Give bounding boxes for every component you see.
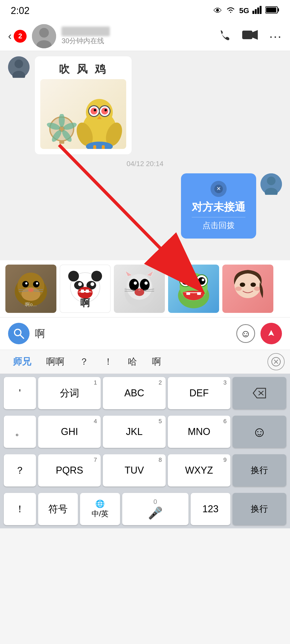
battery-icon [265, 6, 279, 16]
sticker-item-5[interactable] [222, 265, 273, 313]
nav-badge: 2 [14, 30, 27, 43]
svg-point-8 [39, 28, 49, 38]
search-button[interactable] [8, 323, 30, 344]
svg-text:啊: 啊 [80, 297, 90, 308]
nav-username [61, 27, 110, 36]
sticker-item-2[interactable]: 啊 [60, 265, 111, 313]
svg-point-97 [254, 287, 260, 291]
key-4-ghi[interactable]: 4 GHI [38, 416, 101, 448]
key-9-wxyz[interactable]: 9 WXYZ [168, 454, 230, 486]
svg-rect-5 [278, 8, 279, 12]
svg-rect-10 [242, 31, 252, 39]
avatar-image [32, 24, 56, 48]
key-123[interactable]: 123 [191, 493, 230, 525]
suggestion-5[interactable]: 哈 [120, 353, 144, 371]
video-call-button[interactable] [242, 29, 258, 43]
nav-bar: ‹ 2 30分钟内在线 ··· [0, 21, 290, 51]
svg-point-61 [78, 282, 82, 286]
more-options-button[interactable]: ··· [269, 28, 282, 44]
key-zero-label: 0 [153, 498, 157, 506]
key-3-def[interactable]: 3 DEF [168, 377, 230, 409]
sticker-row: 啊o... 啊 [0, 260, 290, 317]
keyboard-row-2: 。 4 GHI 5 JKL 6 MNO ☺ [0, 412, 290, 451]
svg-point-49 [36, 282, 38, 284]
key-1-fenci[interactable]: 1 分词 [38, 377, 101, 409]
svg-marker-11 [252, 30, 258, 40]
key-period[interactable]: 。 [4, 416, 36, 448]
keyboard: ' 1 分词 2 ABC 3 DEF 。 [0, 374, 290, 528]
key-7-pqrs[interactable]: 7 PQRS [38, 454, 101, 486]
svg-text:✕: ✕ [216, 186, 221, 192]
status-time: 2:02 [11, 5, 30, 16]
key-space-mic[interactable]: 0 🎤 [122, 493, 189, 525]
key-lang[interactable]: 🌐 中/英 [80, 493, 120, 525]
emoji-button[interactable]: ☺ [236, 324, 255, 343]
svg-point-95 [251, 283, 256, 287]
suggestion-2[interactable]: 啊啊 [39, 353, 72, 371]
self-avatar [260, 173, 282, 195]
globe-icon: 🌐 [95, 499, 105, 508]
key-newline[interactable]: 换行 [233, 454, 286, 486]
key-exclaim[interactable]: ！ [4, 493, 36, 525]
call-bubble[interactable]: ✕ 对方未接通 点击回拨 [181, 173, 256, 239]
sticker-title: 吹 风 鸡 [59, 62, 108, 76]
key-question[interactable]: ？ [4, 454, 36, 486]
call-icon-circle: ✕ [211, 181, 227, 197]
key-delete[interactable] [233, 377, 286, 409]
sticker-item-1[interactable]: 啊o... [5, 265, 56, 313]
key-enter[interactable]: 换行 [233, 493, 286, 525]
suggestion-6[interactable]: 啊 [144, 353, 169, 371]
svg-point-94 [240, 283, 245, 287]
svg-point-31 [104, 109, 107, 111]
svg-point-90 [202, 279, 204, 281]
sticker-item-4[interactable] [168, 265, 219, 313]
svg-point-30 [94, 109, 96, 111]
sticker-item-3[interactable] [114, 265, 165, 313]
suggestion-4[interactable]: ！ [96, 353, 120, 371]
status-icons: 👁 5G [213, 6, 279, 16]
svg-rect-1 [255, 9, 257, 14]
svg-rect-65 [86, 290, 89, 293]
missed-call-sub: 点击回拨 [192, 217, 245, 231]
svg-point-41 [267, 177, 276, 185]
status-bar: 2:02 👁 5G [0, 0, 290, 21]
key-5-jkl[interactable]: 5 JKL [103, 416, 165, 448]
svg-point-96 [235, 287, 242, 291]
keyboard-row-3: ？ 7 PQRS 8 TUV 9 WXYZ 换行 [0, 451, 290, 490]
suggestion-3[interactable]: ？ [72, 353, 96, 371]
svg-point-50 [28, 288, 34, 292]
back-arrow-icon: ‹ [8, 30, 12, 42]
svg-text:啊o...: 啊o... [25, 302, 37, 307]
other-user-avatar [8, 56, 30, 78]
key-apostrophe[interactable]: ' [4, 377, 36, 409]
svg-point-88 [198, 277, 205, 285]
missed-call-title: 对方未接通 [192, 200, 245, 214]
emoji-icon: ☺ [241, 328, 251, 339]
key-6-mno[interactable]: 6 MNO [168, 416, 230, 448]
suggestion-1[interactable]: 师兄 [5, 353, 39, 371]
suggestions-delete-button[interactable] [267, 353, 285, 370]
svg-point-48 [25, 282, 27, 284]
send-button[interactable] [260, 323, 282, 344]
sticker-bubble[interactable]: 吹 风 鸡 [35, 56, 132, 154]
message-timestamp: 04/12 20:14 [8, 160, 282, 168]
key-8-tuv[interactable]: 8 TUV [103, 454, 165, 486]
mic-icon: 🎤 [148, 506, 163, 520]
svg-point-76 [144, 281, 148, 285]
svg-point-29 [101, 108, 108, 114]
key-2-abc[interactable]: 2 ABC [103, 377, 165, 409]
key-fufu[interactable]: 符号 [38, 493, 78, 525]
svg-point-63 [78, 287, 93, 299]
signal-bars-icon [252, 6, 262, 16]
key-emoji[interactable]: ☺ [233, 416, 286, 448]
svg-rect-37 [102, 145, 105, 149]
keyboard-row-4: ！ 符号 🌐 中/英 0 🎤 123 换行 [0, 490, 290, 528]
svg-point-13 [15, 60, 23, 68]
wifi-icon [225, 6, 236, 16]
message-input[interactable] [35, 323, 231, 344]
svg-rect-2 [257, 8, 259, 14]
svg-point-87 [182, 277, 189, 285]
nav-back-button[interactable]: ‹ 2 [8, 30, 27, 43]
phone-call-button[interactable] [218, 28, 231, 44]
svg-point-57 [68, 271, 79, 281]
